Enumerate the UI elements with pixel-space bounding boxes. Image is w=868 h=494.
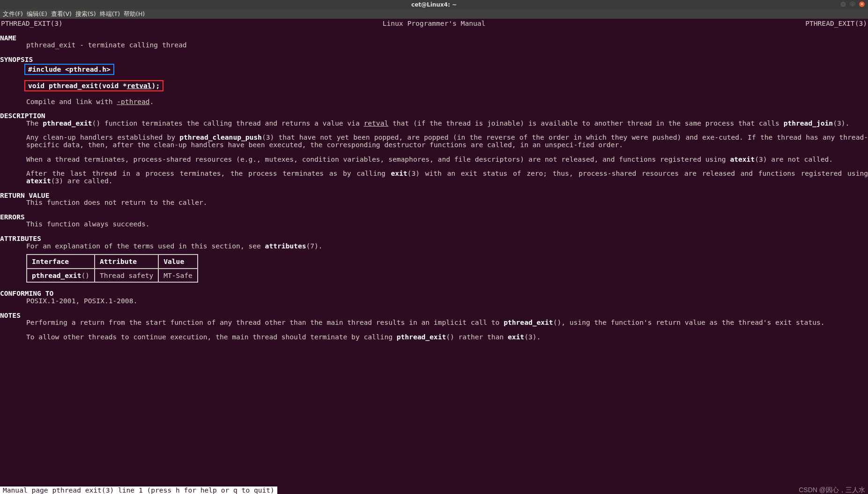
menu-search[interactable]: 搜索(S) (75, 10, 96, 18)
terminal-content[interactable]: PTHREAD_EXIT(3) Linux Programmer's Manua… (0, 19, 868, 494)
section-conforming-to: CONFORMING TO (0, 290, 868, 297)
cell-interface: pthread_exit() (27, 269, 95, 283)
desc-p4: After the last thread in a process termi… (0, 170, 868, 184)
synopsis-prototype: void pthread_exit(void *retval); (24, 80, 163, 91)
attributes-lead: For an explanation of the terms used in … (0, 242, 868, 250)
synopsis-include: #include <pthread.h> (24, 64, 114, 75)
menu-help[interactable]: 帮助(H) (124, 10, 145, 18)
watermark: CSDN @因心，三人水 (799, 487, 865, 494)
section-name: NAME (0, 34, 868, 42)
col-value: Value (158, 254, 198, 269)
cell-attribute: Thread safety (95, 269, 158, 283)
attributes-table: Interface Attribute Value pthread_exit()… (26, 254, 198, 283)
table-row: pthread_exit() Thread safety MT-Safe (27, 269, 198, 283)
window-titlebar: cet@Linux4: ~ – ◯ ✕ (0, 0, 868, 9)
menu-view[interactable]: 查看(V) (51, 10, 72, 18)
errors-body: This function always succeeds. (0, 220, 868, 228)
col-attribute: Attribute (95, 254, 158, 269)
window-title: cet@Linux4: ~ (411, 1, 457, 8)
maximize-button[interactable]: ◯ (849, 1, 856, 7)
desc-p2: Any clean-up handlers established by pth… (0, 134, 868, 148)
desc-p3: When a thread terminates, process-shared… (0, 156, 868, 163)
menu-terminal[interactable]: 终端(T) (100, 10, 120, 18)
header-center: Linux Programmer's Manual (63, 20, 805, 27)
col-interface: Interface (27, 254, 95, 269)
section-synopsis: SYNOPSIS (0, 56, 868, 63)
section-return-value: RETURN VALUE (0, 192, 868, 199)
menu-edit[interactable]: 编辑(E) (27, 10, 47, 18)
menubar: 文件(F) 编辑(E) 查看(V) 搜索(S) 终端(T) 帮助(H) (0, 9, 868, 19)
notes-p1: Performing a return from the start funct… (0, 319, 868, 326)
manpage-header: PTHREAD_EXIT(3) Linux Programmer's Manua… (0, 19, 868, 27)
close-button[interactable]: ✕ (859, 1, 865, 7)
section-attributes: ATTRIBUTES (0, 235, 868, 242)
conforming-body: POSIX.1-2001, POSIX.1-2008. (0, 297, 868, 305)
name-body: pthread_exit - terminate calling thread (0, 41, 868, 49)
pager-status-line: Manual page pthread_exit(3) line 1 (pres… (0, 487, 277, 494)
synopsis-compile: Compile and link with -pthread. (0, 98, 868, 105)
section-description: DESCRIPTION (0, 112, 868, 120)
desc-p1: The pthread_exit() function terminates t… (0, 120, 868, 127)
minimize-button[interactable]: – (840, 1, 846, 7)
window-controls: – ◯ ✕ (840, 1, 865, 7)
cell-value: MT-Safe (158, 269, 198, 283)
header-right: PTHREAD_EXIT(3) (805, 20, 867, 27)
return-value-body: This function does not return to the cal… (0, 199, 868, 206)
section-errors: ERRORS (0, 213, 868, 221)
header-left: PTHREAD_EXIT(3) (1, 20, 63, 27)
table-row: Interface Attribute Value (27, 254, 198, 269)
notes-p2: To allow other threads to continue execu… (0, 333, 868, 341)
menu-file[interactable]: 文件(F) (3, 10, 23, 18)
section-notes: NOTES (0, 312, 868, 319)
